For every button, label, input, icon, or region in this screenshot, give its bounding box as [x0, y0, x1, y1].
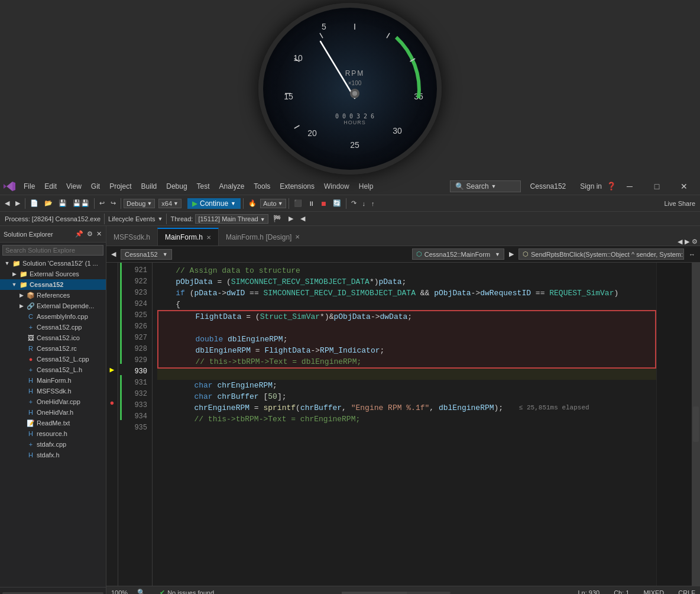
thread-dropdown[interactable]: [15112] Main Thread ▼: [195, 214, 268, 224]
menu-window[interactable]: Window: [319, 180, 354, 193]
tree-readme-txt[interactable]: 📝 ReadMe.txt: [0, 418, 106, 428]
pause-btn[interactable]: ⏸: [306, 199, 317, 208]
cessna152-expand-icon[interactable]: ▼: [9, 282, 19, 288]
thread-prev-btn[interactable]: ◀: [298, 214, 307, 224]
undo-button[interactable]: ↩: [97, 198, 107, 208]
stop-btn[interactable]: ⏹: [318, 199, 329, 208]
tree-stdafx-cpp[interactable]: + stdafx.cpp: [0, 439, 106, 450]
close-button[interactable]: ✕: [670, 177, 698, 195]
sign-in-button[interactable]: Sign in: [575, 181, 607, 192]
tree-stdafx-h[interactable]: H stdafx.h: [0, 450, 106, 460]
restart-btn[interactable]: 🔄: [330, 198, 343, 208]
auto-dropdown[interactable]: Auto ▼: [260, 199, 286, 208]
menu-tools[interactable]: Tools: [249, 180, 275, 193]
nav-sync-btn[interactable]: ↔: [686, 250, 698, 259]
tree-references[interactable]: ▶ 📦 References: [0, 290, 106, 301]
back-button[interactable]: ◀: [2, 198, 12, 208]
menu-extensions[interactable]: Extensions: [275, 180, 319, 193]
tab-mainform-h-close[interactable]: ✕: [206, 234, 211, 241]
sidebar-pin-btn[interactable]: 📌: [74, 230, 84, 238]
gutter-933: [120, 398, 122, 409]
continue-button[interactable]: ▶ Continue ▼: [187, 198, 241, 209]
tree-msfssdk-h[interactable]: H MSFSSdk.h: [0, 386, 106, 396]
references-expand-icon[interactable]: ▶: [17, 292, 26, 298]
code-content[interactable]: // Assign data to structure pObjData = (…: [153, 263, 656, 586]
menu-build[interactable]: Build: [137, 180, 162, 193]
open-button[interactable]: 📂: [42, 198, 55, 208]
tab-mainform-h[interactable]: MainForm.h ✕: [157, 228, 219, 246]
vertical-scrollbar[interactable]: [692, 263, 700, 586]
ln-933: 933: [124, 400, 147, 411]
step-out-btn[interactable]: ↑: [369, 199, 377, 208]
menu-help[interactable]: Help: [354, 180, 378, 193]
menu-test[interactable]: Test: [192, 180, 215, 193]
tree-cessna152-l-cpp[interactable]: ● Cessna152_L.cpp: [0, 354, 106, 364]
menu-debug[interactable]: Debug: [161, 180, 192, 193]
tree-mainform-h[interactable]: H MainForm.h: [0, 375, 106, 386]
breakpoint-btn[interactable]: ⬛: [291, 198, 304, 208]
ext-deps-expand-icon[interactable]: ▶: [17, 303, 26, 309]
minimize-button[interactable]: ─: [616, 177, 643, 195]
horizontal-scrollbar[interactable]: [342, 592, 451, 594]
hot-reload-button[interactable]: 🔥: [246, 198, 259, 208]
platform-dropdown[interactable]: x64 ▼: [158, 199, 182, 208]
menu-edit[interactable]: Edit: [40, 180, 61, 193]
scrollbar-thumb[interactable]: [693, 406, 699, 442]
menu-analyze[interactable]: Analyze: [215, 180, 249, 193]
lifecycle-dropdown[interactable]: ▼: [158, 216, 163, 222]
svg-line-11: [294, 125, 300, 128]
save-button[interactable]: 💾: [56, 198, 69, 208]
search-box[interactable]: 🔍 Search ▼: [450, 180, 521, 192]
tree-resource-h[interactable]: H resource.h: [0, 428, 106, 439]
tab-settings-icon[interactable]: ⚙: [692, 238, 698, 246]
thread-next-btn[interactable]: ▶: [286, 214, 296, 224]
save-all-button[interactable]: 💾💾: [70, 198, 92, 208]
help-icon[interactable]: ❓: [607, 182, 616, 191]
tree-onehidvar-h[interactable]: H OneHidVar.h: [0, 407, 106, 418]
menu-file[interactable]: File: [19, 180, 40, 193]
tree-cessna152-cpp[interactable]: + Cessna152.cpp: [0, 322, 106, 332]
nav-back-btn[interactable]: ◀: [109, 249, 118, 259]
step-over-btn[interactable]: ↷: [349, 198, 359, 208]
maximize-button[interactable]: □: [643, 177, 670, 195]
tree-external-deps[interactable]: ▶ 🔗 External Depende...: [0, 301, 106, 311]
sidebar-close-btn[interactable]: ✕: [96, 230, 102, 238]
class-dropdown[interactable]: Cessna152 ▼: [121, 249, 172, 260]
menu-project[interactable]: Project: [105, 180, 136, 193]
margin-925: [106, 308, 118, 319]
tree-cessna152-rc[interactable]: R Cessna152.rc: [0, 343, 106, 354]
tree-external-sources[interactable]: ▶ 📁 External Sources: [0, 269, 106, 279]
redo-button[interactable]: ↪: [108, 198, 118, 208]
tab-scroll-right[interactable]: ▶: [685, 238, 689, 246]
tree-assembly-info[interactable]: C AssemblyInfo.cpp: [0, 311, 106, 322]
method-dropdown[interactable]: ⬡ SendRptsBtnClick(System::Object ^ send…: [518, 248, 684, 260]
tree-onehidvar-cpp[interactable]: + OneHidVar.cpp: [0, 396, 106, 407]
tree-solution[interactable]: ▼ 📁 Solution 'Cessna152' (1 ...: [0, 258, 106, 269]
member-dropdown[interactable]: ⬡ Cessna152::MainForm ▼: [412, 248, 504, 260]
menu-git[interactable]: Git: [86, 180, 105, 193]
sidebar-scrollbar[interactable]: [2, 592, 103, 595]
live-share-button[interactable]: Live Share: [662, 199, 698, 208]
nav-fwd-btn[interactable]: ▶: [507, 249, 516, 259]
new-file-button[interactable]: 📄: [28, 198, 41, 208]
tab-scroll-left[interactable]: ◀: [678, 238, 682, 246]
tab-mainform-h-design[interactable]: MainForm.h [Design] ✕: [219, 228, 307, 246]
solution-expand-icon[interactable]: ▼: [2, 260, 12, 266]
h-scrollbar-thumb[interactable]: [342, 592, 407, 594]
tree-cessna152-ico[interactable]: 🖼 Cessna152.ico: [0, 332, 106, 343]
tree-cessna152-l-h[interactable]: + Cessna152_L.h: [0, 364, 106, 375]
encoding-status: MIXED: [643, 589, 664, 595]
external-sources-expand-icon[interactable]: ▶: [9, 271, 19, 277]
tree-cessna152[interactable]: ▼ 📁 Cessna152: [0, 279, 106, 290]
tb-sep-2: [94, 198, 95, 209]
tab-msfssdk[interactable]: MSFSsdk.h: [106, 228, 157, 246]
forward-button[interactable]: ▶: [13, 198, 22, 208]
minimap[interactable]: [656, 263, 692, 586]
menu-view[interactable]: View: [61, 180, 86, 193]
thread-flag-btn[interactable]: 🏁: [271, 214, 284, 224]
debug-mode-dropdown[interactable]: Debug ▼: [124, 199, 155, 208]
search-solution-input[interactable]: [2, 245, 103, 256]
tab-mainform-design-close[interactable]: ✕: [295, 234, 300, 240]
step-into-btn[interactable]: ↓: [360, 199, 368, 208]
sidebar-settings-btn[interactable]: ⚙: [86, 230, 93, 238]
